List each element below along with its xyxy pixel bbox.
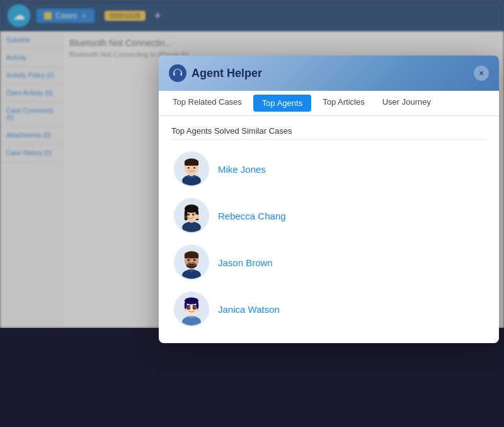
svg-point-31 — [193, 259, 196, 261]
agent-name-4[interactable]: Janica Watson — [218, 304, 280, 315]
svg-point-41 — [188, 307, 190, 308]
agent-name-1[interactable]: Mike Jones — [218, 164, 266, 175]
svg-rect-16 — [195, 214, 196, 218]
svg-point-20 — [192, 213, 194, 215]
svg-point-6 — [188, 167, 190, 169]
svg-point-43 — [185, 308, 188, 311]
svg-point-7 — [193, 167, 195, 169]
tab-top-articles[interactable]: Top Articles — [314, 91, 373, 115]
agent-item-4: Janica Watson — [171, 288, 486, 330]
modal-title: Agent Helper — [192, 67, 262, 80]
svg-rect-17 — [196, 214, 197, 218]
agent-item-1: Mike Jones — [171, 148, 486, 190]
agent-list: Mike Jones — [171, 148, 486, 330]
agent-helper-modal: Agent Helper × Top Related Cases Top Age… — [159, 56, 499, 343]
svg-point-30 — [188, 259, 190, 261]
modal-header: Agent Helper × — [159, 56, 499, 91]
modal-tabs: Top Related Cases Top Agents Top Article… — [159, 91, 499, 116]
tab-user-journey[interactable]: User Journey — [374, 91, 440, 115]
tab-top-agents[interactable]: Top Agents — [253, 95, 311, 112]
agent-item-2: Rebecca Chang — [171, 194, 486, 237]
headset-icon — [169, 64, 186, 82]
tab-top-related-cases[interactable]: Top Related Cases — [164, 91, 251, 115]
agent-avatar-2 — [174, 198, 209, 233]
agent-item-3: Jason Brown — [171, 241, 486, 284]
modal-header-left: Agent Helper — [169, 64, 262, 82]
agent-name-2[interactable]: Rebecca Chang — [218, 211, 286, 221]
svg-point-42 — [195, 307, 196, 308]
agent-avatar-1 — [174, 151, 209, 187]
agent-avatar-4 — [174, 291, 209, 327]
agent-avatar-3 — [174, 245, 209, 280]
svg-point-19 — [188, 213, 190, 215]
svg-point-44 — [195, 308, 199, 311]
svg-rect-5 — [185, 162, 198, 166]
section-title: Top Agents Solved Similar Cases — [171, 126, 486, 140]
modal-body: Top Agents Solved Similar Cases — [159, 116, 499, 343]
modal-close-button[interactable]: × — [474, 66, 489, 81]
agent-name-3[interactable]: Jason Brown — [218, 257, 273, 268]
svg-rect-18 — [197, 214, 198, 218]
